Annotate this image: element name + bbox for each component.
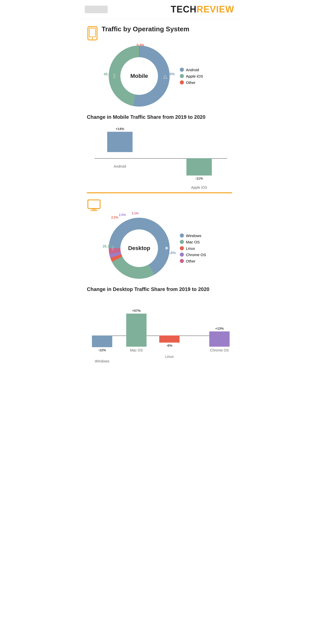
windows-bar-group: -12% Windows bbox=[92, 335, 112, 363]
phone-icon bbox=[87, 26, 98, 41]
ios-bar-group: -11% Apple iOS bbox=[186, 158, 212, 189]
android-pct-label: 52.9% bbox=[165, 72, 175, 76]
legend-macos: Mac OS bbox=[180, 240, 213, 244]
android-dot bbox=[180, 68, 184, 72]
header: TECHREVIEW bbox=[80, 0, 239, 19]
windows-pct: 66.6% bbox=[166, 251, 176, 255]
other-desktop-legend-label: Other bbox=[186, 259, 196, 263]
mobile-section-title: Traffic by Operating System bbox=[102, 25, 189, 33]
android-bar-group: +14% Android bbox=[107, 127, 133, 168]
desktop-donut-center: Desktop bbox=[120, 229, 158, 267]
windows-bar bbox=[92, 335, 112, 347]
mobile-legend: Android Apple iOS Other bbox=[180, 68, 213, 85]
logo bbox=[85, 6, 108, 13]
chromeos-bar-pct: +13% bbox=[209, 327, 230, 330]
chromeos-bar-name: Chrome OS bbox=[209, 348, 230, 352]
windows-bar-name: Windows bbox=[92, 359, 112, 363]
macos-dot bbox=[180, 240, 184, 244]
legend-windows: Windows bbox=[180, 233, 213, 238]
desktop-change-title: Change in Desktop Traffic Share from 201… bbox=[87, 286, 232, 292]
svg-point-2 bbox=[92, 38, 93, 39]
other-pct-label: 0.3% bbox=[137, 43, 144, 47]
brand-review: REVIEW bbox=[197, 4, 234, 14]
mobile-donut-area:  ▲ Mobile  △ 0.3% 52.9% 46.8% bbox=[87, 43, 232, 109]
mobile-donut-center: Mobile bbox=[120, 57, 158, 95]
svg-rect-1 bbox=[89, 28, 95, 37]
windows-icon: ❖ bbox=[165, 245, 169, 251]
svg-rect-6 bbox=[88, 200, 100, 209]
desktop-section: Desktop  ❖ 66.6% 26.1% 2.2% 2.0% 3.1% W… bbox=[80, 193, 239, 379]
desktop-donut-area: Desktop  ❖ 66.6% 26.1% 2.2% 2.0% 3.1% W… bbox=[87, 215, 232, 281]
ios-pct-label: 46.8% bbox=[104, 72, 114, 76]
ios-dot bbox=[180, 74, 184, 78]
macos-legend-label: Mac OS bbox=[186, 240, 200, 244]
macos-bar-pct: +57% bbox=[126, 309, 147, 313]
windows-legend-label: Windows bbox=[186, 233, 201, 238]
ios-bar-pct: -11% bbox=[186, 177, 212, 180]
linux-bar-name: Linux bbox=[159, 355, 180, 359]
other-desktop-pct: 3.1% bbox=[132, 212, 138, 215]
legend-chromeos: Chrome OS bbox=[180, 253, 213, 257]
legend-android: Android bbox=[180, 68, 213, 72]
mobile-bar-chart: +14% Android -11% Apple iOS bbox=[87, 125, 232, 184]
legend-other-mobile: Other bbox=[180, 80, 213, 85]
ios-bar bbox=[186, 158, 212, 175]
android-bar-pct: +14% bbox=[107, 127, 133, 131]
chromeos-bar bbox=[209, 331, 230, 347]
windows-bar-pct: -12% bbox=[92, 348, 112, 352]
brand-tech: TECH bbox=[171, 4, 197, 14]
android-label: Android bbox=[186, 68, 199, 72]
desktop-bar-chart: -12% Windows +57% Mac OS -6% Linux +13% … bbox=[87, 297, 232, 369]
legend-other-desktop: Other bbox=[180, 259, 213, 263]
macos-bar bbox=[126, 314, 147, 347]
chromeos-dot bbox=[180, 253, 184, 257]
chromeos-legend-label: Chrome OS bbox=[186, 253, 206, 257]
brand-title: TECHREVIEW bbox=[171, 4, 234, 15]
macos-bar-group: +57% Mac OS bbox=[126, 309, 147, 352]
android-bar bbox=[107, 132, 133, 152]
desktop-legend: Windows Mac OS Linux Chrome OS Other bbox=[180, 233, 213, 263]
linux-pct: 2.2% bbox=[111, 216, 118, 219]
linux-bar-group: -6% Linux bbox=[159, 335, 180, 359]
windows-dot bbox=[180, 233, 184, 238]
mobile-change-title: Change in Mobile Traffic Share from 2019… bbox=[87, 114, 232, 120]
macos-bar-name: Mac OS bbox=[126, 348, 147, 352]
desktop-icon bbox=[87, 199, 232, 213]
legend-ios: Apple iOS bbox=[180, 74, 213, 78]
macos-pct: 26.1% bbox=[103, 244, 113, 248]
chromeos-pct: 2.0% bbox=[119, 213, 126, 217]
mobile-section: Traffic by Operating System bbox=[80, 19, 239, 192]
ios-bar-name: Apple iOS bbox=[186, 185, 212, 189]
android-bar-name: Android bbox=[107, 164, 133, 168]
linux-bar bbox=[159, 335, 180, 343]
ios-label: Apple iOS bbox=[186, 74, 203, 78]
chromeos-bar-group: +13% Chrome OS bbox=[209, 327, 230, 352]
linux-bar-pct: -6% bbox=[159, 344, 180, 347]
other-mobile-label: Other bbox=[186, 80, 196, 85]
linux-dot bbox=[180, 246, 184, 250]
other-mobile-dot bbox=[180, 80, 184, 84]
mobile-donut-chart: Mobile  △ bbox=[109, 46, 170, 107]
linux-legend-label: Linux bbox=[186, 246, 195, 251]
other-desktop-dot bbox=[180, 259, 184, 263]
legend-linux: Linux bbox=[180, 246, 213, 251]
